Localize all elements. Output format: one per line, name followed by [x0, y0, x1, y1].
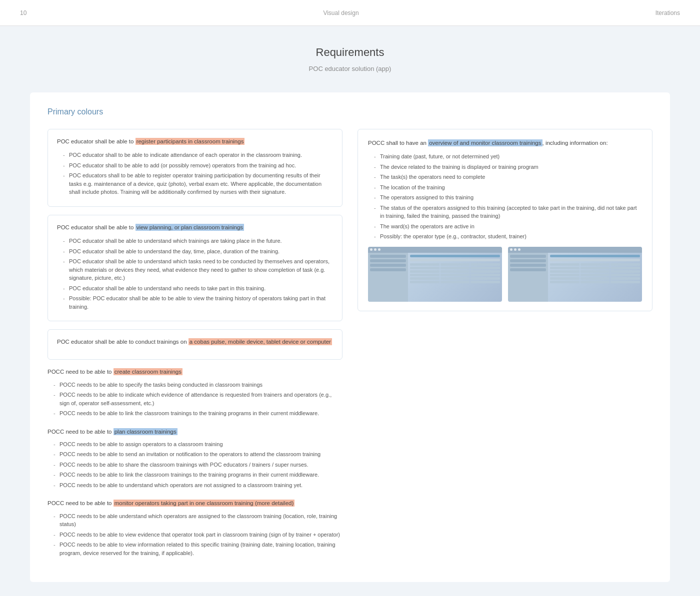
- section-monitor-list: POCC needs to be able understand which o…: [48, 512, 342, 558]
- section-plan-list: POCC needs to be able to assign operator…: [48, 440, 342, 490]
- list-item: POC educator shall be able to understand…: [63, 247, 333, 256]
- list-item: POC educator shall to be able to add (or…: [63, 161, 333, 170]
- header-iterations: Iterations: [656, 9, 680, 16]
- right-panel-text-after: , including information on:: [542, 140, 608, 146]
- card1-list: POC educator shall to be able to indicat…: [57, 151, 333, 196]
- right-panel-title: POCC shall to have an overview of and mo…: [368, 138, 642, 147]
- requirements-section: Requirements POC educator solution (app): [30, 46, 670, 72]
- section-heading: Primary colours: [48, 107, 652, 116]
- section-create-highlight: create classroom trainings: [114, 368, 182, 375]
- card1-text-before: POC educator shall be able to: [57, 138, 136, 144]
- requirements-subtitle: POC educator solution (app): [30, 65, 670, 72]
- section-monitor-title: POCC need to be able to monitor operator…: [48, 499, 342, 508]
- card2-text-before: POC educator shall be able to: [57, 224, 136, 230]
- list-item: The status of the operators assigned to …: [374, 204, 642, 220]
- list-item: The ward(s) the operators are active in: [374, 222, 642, 231]
- list-item: POCC needs to be able understand which o…: [54, 512, 342, 529]
- list-item: POCC needs to be able to share the class…: [54, 461, 342, 469]
- list-item: POCC needs to be able to assign operator…: [54, 440, 342, 449]
- section-create: POCC need to be able to create classroom…: [48, 368, 342, 417]
- card1-title: POC educator shall be able to register p…: [57, 137, 333, 146]
- list-item: Training date (past, future, or not dete…: [374, 152, 642, 161]
- list-item: POC educator shall be able to understand…: [63, 237, 333, 245]
- section-monitor-text-before: POCC need to be able to: [48, 500, 114, 506]
- section-monitor-highlight: monitor operators taking part in one cla…: [114, 500, 295, 507]
- list-item: Possibly: the operator type (e.g., contr…: [374, 232, 642, 241]
- right-panel-list: Training date (past, future, or not dete…: [368, 152, 642, 241]
- card-conduct-trainings: POC educator shall be able to conduct tr…: [48, 329, 342, 360]
- list-item: The location of the training: [374, 183, 642, 192]
- card2-highlight: view planning, or plan classroom trainin…: [136, 224, 244, 231]
- section-create-title: POCC need to be able to create classroom…: [48, 368, 342, 376]
- list-item: POC educator shall to be able to indicat…: [63, 151, 333, 159]
- list-item: Possible: POC educator shall be able to …: [63, 294, 333, 311]
- card2-list: POC educator shall be able to understand…: [57, 237, 333, 311]
- card3-highlight: a cobas pulse, mobile device, tablet dev…: [188, 338, 332, 345]
- list-item: The operators assigned to this training: [374, 193, 642, 202]
- header-title: Visual design: [323, 9, 358, 16]
- left-column: POC educator shall be able to register p…: [48, 129, 342, 567]
- screenshot-mockup-right: [508, 247, 642, 302]
- screenshots-row: [368, 247, 642, 302]
- list-item: POC educators shall to be able to regist…: [63, 171, 333, 196]
- section-plan-title: POCC need to be able to plan classroom t…: [48, 428, 342, 436]
- card3-title: POC educator shall be able to conduct tr…: [57, 338, 333, 346]
- list-item: POCC needs to be able to link the classr…: [54, 471, 342, 479]
- section-plan: POCC need to be able to plan classroom t…: [48, 428, 342, 490]
- section-monitor: POCC need to be able to monitor operator…: [48, 499, 342, 557]
- right-column: POCC shall to have an overview of and mo…: [358, 129, 652, 567]
- card2-title: POC educator shall be able to view plann…: [57, 223, 333, 232]
- two-col-layout: POC educator shall be able to register p…: [48, 129, 652, 567]
- right-panel-highlight: overview of and monitor classroom traini…: [428, 139, 542, 146]
- list-item: POCC needs to be able to view informatio…: [54, 541, 342, 557]
- section-create-text-before: POCC need to be able to: [48, 369, 114, 375]
- section-create-list: POCC needs to be able to specify the tas…: [48, 381, 342, 418]
- list-item: POCC needs to be able to understand whic…: [54, 481, 342, 490]
- screenshot-mockup-left: [368, 247, 502, 302]
- list-item: POC educator shall be able to understand…: [63, 257, 333, 282]
- list-item: POCC needs to be able to send an invitat…: [54, 450, 342, 459]
- section-plan-highlight: plan classroom trainings: [114, 428, 178, 435]
- right-panel-text-before: POCC shall to have an: [368, 140, 428, 146]
- section-plan-text-before: POCC need to be able to: [48, 429, 114, 435]
- list-item: POC educator shall be able to understand…: [63, 284, 333, 293]
- card3-text-before: POC educator shall be able to conduct tr…: [57, 339, 188, 345]
- list-item: POCC needs to be able to indicate which …: [54, 391, 342, 407]
- page-number: 10: [20, 9, 26, 16]
- card-overview-monitor: POCC shall to have an overview of and mo…: [358, 129, 652, 311]
- list-item: POCC needs to be able to link the classr…: [54, 409, 342, 418]
- page-content: Requirements POC educator solution (app)…: [0, 26, 700, 596]
- card-register-participants: POC educator shall be able to register p…: [48, 129, 342, 207]
- list-item: POCC needs to be able to view evidence t…: [54, 531, 342, 539]
- card-view-planning: POC educator shall be able to view plann…: [48, 215, 342, 321]
- list-item: The device related to the training is di…: [374, 163, 642, 171]
- requirements-title: Requirements: [30, 46, 670, 59]
- list-item: POCC needs to be able to specify the tas…: [54, 381, 342, 389]
- primary-colours-section: Primary colours POC educator shall be ab…: [30, 92, 670, 582]
- list-item: The task(s) the operators need to comple…: [374, 173, 642, 181]
- card1-highlight: register participants in classroom train…: [136, 138, 245, 145]
- header: 10 Visual design Iterations: [0, 0, 700, 26]
